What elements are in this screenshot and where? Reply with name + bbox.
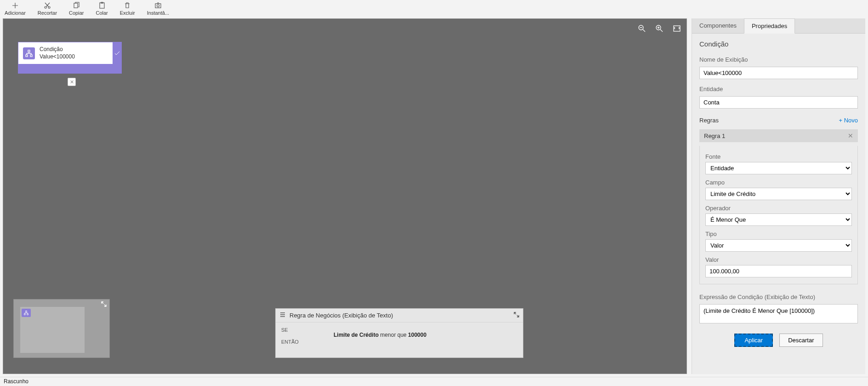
business-rule-panel-body: SE Limite de Crédito menor que 100000 EN… [276, 323, 523, 357]
svg-rect-5 [155, 4, 161, 8]
add-label: Adicionar [5, 10, 26, 16]
copy-button[interactable]: Copiar [67, 2, 85, 18]
display-name-label: Nome de Exibição [699, 56, 858, 63]
properties-content: Condição Nome de Exibição Entidade Regra… [692, 34, 865, 356]
entity-label: Entidade [699, 86, 858, 92]
fit-screen-button[interactable] [673, 24, 681, 33]
rule-clause: Limite de Crédito menor que 100000 [334, 332, 426, 338]
field-select[interactable]: Limite de Crédito [705, 188, 852, 200]
status-text: Rascunho [4, 378, 28, 385]
camera-icon [154, 2, 162, 9]
apply-button[interactable]: Aplicar [734, 334, 773, 347]
add-button[interactable]: Adicionar [3, 2, 28, 18]
action-buttons: Aplicar Descartar [699, 334, 858, 347]
check-icon [113, 42, 122, 64]
zoom-out-button[interactable] [638, 24, 646, 33]
svg-rect-3 [100, 3, 104, 8]
scissors-icon [44, 2, 51, 9]
clause-operator: menor que [380, 332, 406, 338]
delete-button[interactable]: Excluir [118, 2, 137, 18]
paste-icon [98, 2, 106, 9]
trash-icon [124, 2, 131, 9]
entity-input[interactable] [699, 96, 858, 109]
svg-rect-12 [30, 55, 32, 57]
then-label: ENTÃO [281, 339, 309, 345]
expression-label: Expressão de Condição (Exibição de Texto… [699, 294, 858, 300]
operator-select[interactable]: É Menor Que [705, 213, 852, 226]
paste-button[interactable]: Colar [94, 2, 109, 18]
operator-label: Operador [705, 205, 852, 212]
svg-rect-15 [27, 314, 28, 315]
type-select[interactable]: Valor [705, 239, 852, 252]
rule-body: Fonte Entidade Campo Limite de Crédito O… [699, 146, 858, 284]
main-area: Condição Value<100000 ✕ [0, 18, 868, 377]
business-rule-panel-header: Regra de Negócios (Exibição de Texto) [276, 309, 523, 323]
value-label: Valor [705, 256, 852, 263]
delete-label: Excluir [120, 10, 135, 16]
discard-button[interactable]: Descartar [779, 334, 823, 347]
rules-label: Regras [699, 117, 719, 124]
svg-point-0 [45, 6, 46, 8]
condition-node-footer [18, 64, 122, 74]
condition-node-title: Condição [40, 46, 75, 53]
condition-node-subtitle: Value<100000 [40, 53, 75, 61]
svg-rect-14 [24, 314, 26, 315]
minimap-expand-icon[interactable] [101, 301, 107, 308]
panel-expand-icon[interactable] [514, 312, 519, 319]
field-label: Campo [705, 179, 852, 186]
rule-title: Regra 1 [704, 133, 725, 139]
minimap-node-icon [22, 309, 31, 317]
source-select[interactable]: Entidade [705, 162, 852, 174]
svg-rect-11 [26, 55, 28, 57]
condition-node-body: Condição Value<100000 [18, 42, 113, 64]
list-icon [279, 311, 286, 319]
zoom-in-button[interactable] [655, 24, 664, 33]
close-node-button[interactable]: ✕ [68, 78, 76, 86]
properties-panel: Componentes Propriedades Condição Nome d… [692, 18, 865, 374]
canvas-wrapper: Condição Value<100000 ✕ [3, 18, 687, 374]
business-rule-text-panel: Regra de Negócios (Exibição de Texto) SE… [275, 308, 523, 358]
snapshot-label: Instantâ... [147, 10, 169, 16]
value-input[interactable] [705, 265, 852, 277]
copy-label: Copiar [69, 10, 84, 16]
clause-value: 100000 [408, 332, 426, 338]
condition-node[interactable]: Condição Value<100000 ✕ [18, 42, 122, 74]
type-label: Tipo [705, 230, 852, 237]
condition-icon [23, 47, 35, 59]
business-rule-panel-title: Regra de Negócios (Exibição de Texto) [289, 312, 393, 319]
canvas-tools [638, 24, 681, 33]
svg-rect-2 [74, 3, 78, 8]
tab-components[interactable]: Componentes [692, 18, 744, 33]
svg-point-6 [157, 5, 159, 7]
tab-properties[interactable]: Propriedades [744, 18, 795, 34]
plus-icon [11, 2, 19, 9]
designer-canvas[interactable]: Condição Value<100000 ✕ [3, 18, 687, 374]
status-bar: Rascunho [0, 377, 868, 386]
cut-label: Recortar [38, 10, 57, 16]
expression-textarea [699, 304, 858, 323]
svg-rect-13 [26, 311, 27, 312]
clause-field: Limite de Crédito [334, 332, 379, 338]
source-label: Fonte [705, 153, 852, 160]
rule-header: Regra 1 ✕ [699, 129, 858, 142]
new-rule-link[interactable]: + Novo [839, 117, 858, 124]
cut-button[interactable]: Recortar [36, 2, 59, 18]
minimap-viewport [20, 307, 85, 353]
rule-close-icon[interactable]: ✕ [848, 132, 853, 139]
panel-tabs: Componentes Propriedades [692, 18, 865, 34]
svg-rect-10 [28, 50, 30, 52]
copy-icon [73, 2, 80, 9]
snapshot-button[interactable]: Instantâ... [145, 2, 171, 18]
minimap[interactable] [13, 299, 110, 358]
if-label: SE [281, 327, 309, 333]
svg-point-1 [48, 6, 50, 8]
paste-label: Colar [96, 10, 108, 16]
display-name-input[interactable] [699, 67, 858, 79]
toolbar: Adicionar Recortar Copiar Colar Excluir … [0, 0, 868, 18]
properties-heading: Condição [699, 40, 858, 48]
